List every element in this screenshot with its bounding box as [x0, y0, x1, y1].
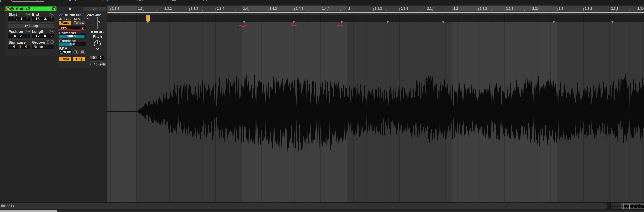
groove-select-field[interactable]: None — [32, 45, 54, 49]
detune-field[interactable]: 0 — [97, 56, 104, 59]
position-value-field[interactable]: -4. 3. 1 — [8, 34, 30, 38]
bpm-field[interactable]: 170.00 — [59, 50, 72, 54]
top-cutoff-strip: 0.000.150.300.451.001.15 — [0, 0, 644, 5]
sample-rate: 44.1 kHz — [59, 18, 71, 21]
formants-value: 100.00 — [60, 35, 85, 38]
ruler-label: 2.3 — [558, 7, 563, 11]
ruler-label: 1.2.4 — [112, 7, 119, 11]
follow-button[interactable]: Follow — [73, 21, 85, 25]
status-text: 50:231) — [1, 204, 14, 208]
ruler-label: 1.3.4 — [217, 7, 224, 11]
tab-envelopes[interactable] — [83, 7, 106, 11]
ruler-label: 2.1.2 — [374, 7, 382, 11]
beat-band — [452, 22, 557, 202]
beat-band — [137, 22, 242, 202]
pitch-unit-label: st — [88, 47, 107, 51]
gain-value: 0.00 dB — [88, 30, 107, 34]
ruler-label: 2.3.3 — [611, 7, 618, 11]
signature-slash: / — [20, 45, 21, 49]
hot-swap-groove-icon — [46, 41, 49, 43]
sample-overview[interactable] — [610, 202, 644, 210]
overview-waveform — [611, 203, 644, 210]
bit-depth: 24 Bit — [74, 18, 82, 21]
divider — [8, 22, 54, 23]
loop-icon — [24, 25, 28, 27]
warp-marker-lane[interactable] — [108, 15, 644, 22]
beat-band — [242, 22, 347, 202]
signature-denominator-field[interactable]: 4 — [21, 45, 30, 49]
top-time-label: 0.00 — [36, 0, 42, 2]
warp-mode-dropdown[interactable]: Pro — [59, 26, 86, 30]
apply-groove-button[interactable] — [50, 40, 54, 44]
top-time-label: 1.15 — [202, 0, 209, 2]
start-set-button[interactable]: Set — [25, 13, 31, 16]
ruler-label: 2.2.3 — [506, 7, 514, 11]
beat-band — [108, 22, 137, 202]
clip-header[interactable]: ▼ Audio 2 — [6, 7, 56, 11]
top-time-label: 0.45 — [136, 0, 142, 2]
pitch-value-box[interactable]: 0 0 — [90, 56, 104, 60]
position-set-button[interactable]: Set — [25, 30, 31, 33]
tab-sample[interactable] — [58, 7, 82, 11]
ruler-label: 2.2 — [454, 7, 458, 11]
commit-groove-button[interactable] — [46, 40, 50, 44]
ram-button[interactable]: RAM — [59, 57, 71, 61]
signature-numerator-field[interactable]: 4 — [8, 45, 20, 49]
ruler-label: 2.2.2 — [480, 7, 487, 11]
ruler-label: 1.4 — [243, 7, 248, 11]
reverse-button[interactable] — [90, 63, 97, 66]
ruler-baseline — [108, 11, 644, 12]
ruler-label: 2 — [348, 7, 350, 11]
signature-label: Signature — [8, 40, 26, 45]
ruler-label: 1.4.2 — [270, 7, 277, 11]
beat-time-ruler[interactable]: 1.2.41.31.3.21.3.31.3.41.41.4.21.4.31.4.… — [108, 6, 644, 12]
loop-label: Loop — [30, 24, 38, 28]
clip-fold-button[interactable]: ▼ — [10, 7, 14, 11]
top-partial-edge — [0, 0, 0, 2]
beat-band — [557, 22, 644, 202]
scrub-area[interactable] — [108, 13, 644, 15]
chevron-down-icon — [82, 28, 84, 29]
length-set-button[interactable]: Set — [49, 30, 54, 33]
end-value-field[interactable]: 13. 3. 2 — [32, 17, 54, 21]
ruler-label: 1.3.3 — [190, 7, 198, 11]
ableton-clip-view: 0.000.150.300.451.001.15 ▼ Audio 2 — [0, 0, 644, 212]
hiq-button[interactable]: HiQ — [73, 57, 85, 61]
envelope-slider[interactable]: 128 — [59, 42, 86, 46]
bottom-scroll-strip — [0, 210, 644, 212]
transpose-field[interactable]: 0 — [90, 56, 97, 59]
clip-activator-dot[interactable] — [6, 7, 10, 11]
edit-button[interactable]: Edit — [98, 63, 106, 66]
horizontal-scrollbar-thumb[interactable] — [0, 210, 57, 212]
save-default-clip-icon[interactable] — [52, 7, 56, 11]
position-label: Position — [8, 30, 23, 34]
gain-fader[interactable] — [93, 17, 102, 29]
length-label: Length — [32, 30, 44, 34]
waveform-icon — [68, 7, 72, 11]
sample-specs: 44.1 kHz 24 Bit 1 Ch — [59, 18, 90, 21]
bpm-double-button[interactable]: ×2 — [80, 50, 86, 54]
end-set-button[interactable]: Set — [49, 13, 54, 16]
ruler-label: 1.4.4 — [322, 7, 330, 11]
clip-title: Audio 2 — [16, 7, 30, 11]
ruler-label: 1.3.2 — [164, 7, 172, 11]
start-label: Start — [8, 12, 17, 17]
clip-box: ▼ Audio 2 Start Set End Set 1. 1. 1 13. … — [6, 7, 56, 56]
clip-properties-panel: ▼ Audio 2 Start Set End Set 1. 1. 1 13. … — [0, 6, 108, 202]
status-bar: 50:231) — [0, 203, 607, 209]
waveform-display[interactable] — [108, 22, 644, 202]
warp-button[interactable]: Warp — [59, 21, 71, 25]
ruler-label: 2.2.4 — [532, 7, 540, 11]
ruler-label: 1.4.3 — [296, 7, 303, 11]
length-value-field[interactable]: 17. 0. 2 — [32, 34, 54, 38]
formants-slider[interactable]: 100.00 — [59, 34, 86, 38]
pitch-knob[interactable] — [93, 38, 102, 48]
ruler-label: 2.1.4 — [427, 7, 434, 11]
bpm-halve-button[interactable]: ÷2 — [73, 50, 79, 54]
loop-button[interactable]: Loop — [8, 24, 54, 28]
start-value-field[interactable]: 1. 1. 1 — [8, 17, 30, 21]
panel-edge-divider — [2, 19, 2, 86]
ruler-label: 1.3 — [138, 7, 143, 11]
divider — [8, 40, 54, 40]
beat-band — [347, 22, 452, 202]
